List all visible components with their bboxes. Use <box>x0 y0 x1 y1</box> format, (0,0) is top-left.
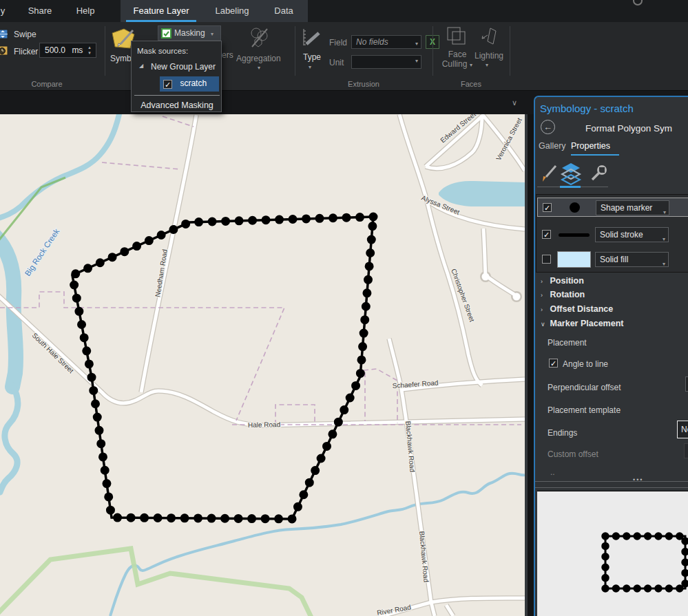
tab-properties[interactable]: Properties <box>571 141 610 151</box>
unit-label: Unit <box>329 58 344 67</box>
chevron-down-icon: ▾ <box>258 65 260 71</box>
flicker-interval-input[interactable]: 500.0 ms ▴ ▾ <box>39 43 96 58</box>
chevron-down-icon: ▾ <box>211 31 213 37</box>
angle-to-line-checkbox[interactable]: ✓ <box>549 359 558 368</box>
layer-type-value: Shape marker <box>601 203 652 213</box>
structure-tab-icon[interactable] <box>589 164 608 186</box>
menu-item-group-layer[interactable]: New Group Layer <box>151 62 216 72</box>
ribbon-body: Swipe Flicker 500.0 ms ▴ ▾ Compare Symb <box>0 22 688 91</box>
layer-type-value: Solid stroke <box>600 230 643 240</box>
chevron-right-icon: › <box>541 292 548 299</box>
tab-data[interactable]: Data <box>267 0 301 22</box>
interval-value: 500.0 <box>40 45 65 55</box>
stroke-swatch[interactable] <box>559 233 590 237</box>
collapse-ribbon-icon[interactable]: ∨ <box>512 98 517 107</box>
lighting-icon <box>478 26 499 50</box>
endings-label: Endings <box>548 428 577 438</box>
layer-type-dropdown[interactable]: Shape marker ▾ <box>596 200 669 215</box>
field-label: Field <box>329 38 347 47</box>
masking-dropdown-menu: Mask sources: ◢ New Group Layer ✓ scratc… <box>131 41 222 112</box>
active-icon-underline <box>560 186 581 188</box>
field-dropdown[interactable]: No fields ▾ <box>351 35 421 49</box>
preview-polygon-symbol <box>605 536 685 588</box>
unit-dropdown[interactable]: ▾ <box>351 55 421 69</box>
map-scrollbar[interactable] <box>525 114 528 616</box>
swipe-icon <box>0 29 8 42</box>
chevron-down-icon: ▾ <box>415 58 418 64</box>
pane-splitter-line <box>535 487 688 488</box>
section-offset-distance[interactable]: › Offset Distance <box>541 304 613 314</box>
layer-checkbox[interactable]: ✓ <box>542 255 551 264</box>
tab-feature-layer[interactable]: Feature Layer <box>126 0 196 22</box>
swipe-button[interactable]: Swipe <box>14 30 37 39</box>
interval-unit: ms <box>67 45 83 55</box>
endings-dropdown[interactable]: Ne <box>677 421 688 438</box>
group-separator <box>432 26 433 76</box>
symbology-button[interactable]: Symb <box>110 54 132 63</box>
tab-help[interactable]: Help <box>69 0 102 22</box>
symbology-pane: Symbology - scratch ← Format Polygon Sym… <box>534 96 688 616</box>
chevron-down-icon: ▾ <box>415 38 418 50</box>
masking-button-label: Masking <box>174 28 205 38</box>
masking-button[interactable]: Masking ▾ <box>158 25 221 41</box>
tab-gallery[interactable]: Gallery <box>539 141 566 151</box>
group-separator <box>295 26 295 76</box>
symbol-tab-icon[interactable] <box>539 163 559 187</box>
section-position[interactable]: › Position <box>541 276 584 286</box>
scratch-label: scratch <box>180 78 207 88</box>
layer-checkbox[interactable]: ✓ <box>542 230 551 239</box>
angle-to-line-label: Angle to line <box>563 359 608 369</box>
section-marker-placement[interactable]: ∨ Marker Placement <box>541 319 624 328</box>
section-rotation[interactable]: › Rotation <box>541 290 585 299</box>
type-button[interactable]: Type <box>303 52 321 62</box>
map-view[interactable]: Big Rock Creek Needham Road South Hale S… <box>0 114 525 616</box>
aggregation-button[interactable]: Aggregation <box>236 54 281 63</box>
layer-row-solid-fill[interactable]: ✓ Solid fill ▾ <box>537 250 688 269</box>
lighting-button[interactable]: Lighting <box>473 51 505 61</box>
layer-type-dropdown[interactable]: Solid stroke ▾ <box>595 227 669 242</box>
extrusion-type-icon <box>301 28 322 51</box>
advanced-masking-item[interactable]: Advanced Masking <box>132 100 222 110</box>
pane-title: Symbology - scratch <box>540 103 634 114</box>
layers-tab-icon[interactable] <box>560 162 582 188</box>
face-culling-icon <box>445 25 468 50</box>
symbol-layer-list: ✓ Shape marker ▾ ✓ Solid stroke ▾ ✓ <box>536 194 688 273</box>
menu-item-scratch[interactable]: ✓ scratch <box>160 76 219 92</box>
spinner-up-icon[interactable]: ▴ <box>85 45 94 50</box>
tab-partial[interactable]: y <box>0 0 10 22</box>
flicker-button[interactable]: Flicker <box>14 47 38 56</box>
chevron-down-icon: ∨ <box>541 321 548 328</box>
layer-type-value: Solid fill <box>600 255 628 264</box>
layer-row-solid-stroke[interactable]: ✓ Solid stroke ▾ <box>537 225 688 244</box>
active-tab-underline <box>571 154 619 156</box>
group-compare: Compare <box>14 80 80 88</box>
scratch-checkbox[interactable]: ✓ <box>163 80 172 89</box>
chevron-down-icon: ▾ <box>663 206 666 220</box>
chevron-down-icon: ▾ <box>663 257 665 271</box>
chevron-right-icon: › <box>541 306 548 313</box>
aggregation-icon <box>247 26 273 52</box>
placement-template-label: Placement template <box>548 405 621 415</box>
symbol-preview <box>537 491 688 616</box>
tab-share[interactable]: Share <box>21 0 59 22</box>
spinner-down-icon[interactable]: ▾ <box>85 50 94 56</box>
back-button[interactable]: ← <box>541 120 555 134</box>
expand-triangle-icon[interactable]: ◢ <box>139 63 143 69</box>
marker-swatch[interactable] <box>570 202 580 213</box>
pane-splitter[interactable] <box>535 481 688 482</box>
chevron-down-icon: ▾ <box>486 62 488 68</box>
custom-offset-input <box>684 443 688 458</box>
layer-type-dropdown[interactable]: Solid fill ▾ <box>595 252 669 267</box>
arcgis-pro-window: y Share Help Feature Layer Labeling Data… <box>0 0 688 616</box>
layer-row-shape-marker[interactable]: ✓ Shape marker ▾ <box>537 198 688 217</box>
splitter-handle-icon[interactable]: ••• <box>633 476 643 483</box>
face-culling-button[interactable]: Face <box>446 50 468 59</box>
tab-labeling[interactable]: Labeling <box>205 0 260 22</box>
occluded-button-fragment: ers <box>222 50 233 60</box>
fill-swatch[interactable] <box>557 251 591 268</box>
perpendicular-offset-input[interactable] <box>685 376 688 392</box>
layer-checkbox[interactable]: ✓ <box>543 203 552 212</box>
chevron-right-icon: › <box>541 278 548 285</box>
face-culling-button-line2[interactable]: Culling <box>441 59 468 69</box>
chevron-down-icon: ▾ <box>470 62 472 68</box>
